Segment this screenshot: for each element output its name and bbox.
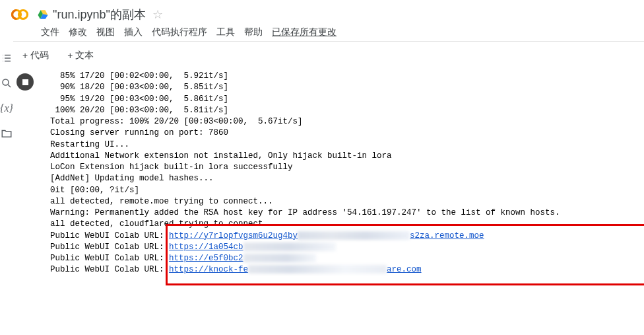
menu-view[interactable]: 视图	[96, 26, 115, 38]
horizontal-scrollbar[interactable]	[50, 279, 644, 289]
svg-line-9	[8, 85, 11, 87]
redacted-content	[243, 242, 336, 251]
variables-icon[interactable]: {x}	[0, 102, 13, 115]
cell-toolbar: + 代码 + 文本	[13, 42, 644, 69]
left-rail: {x}	[0, 41, 13, 289]
redacted-content	[248, 265, 387, 274]
output-link[interactable]: s2za.remote.moe	[410, 231, 484, 241]
save-status[interactable]: 已保存所有更改	[272, 26, 337, 38]
stop-execution-icon[interactable]	[16, 73, 34, 91]
menu-help[interactable]: 帮助	[244, 26, 263, 38]
search-icon[interactable]	[0, 77, 13, 90]
star-icon[interactable]: ☆	[152, 7, 163, 22]
output-link[interactable]: https://e5f0bc2	[169, 254, 243, 263]
redacted-content	[298, 231, 410, 240]
code-cell: 85% 17/20 [00:02<00:00, 5.92it/s] 90% 18…	[13, 69, 644, 289]
colab-logo-icon[interactable]	[9, 4, 30, 25]
add-code-button[interactable]: + 代码	[18, 47, 53, 64]
menu-bar: 文件 修改 视图 插入 代码执行程序 工具 帮助 已保存所有更改	[0, 26, 644, 38]
svg-point-8	[3, 79, 9, 85]
output-link[interactable]: http://y7rlopfvgsm6u2ug4by	[169, 231, 298, 241]
cell-output: 85% 17/20 [00:02<00:00, 5.92it/s] 90% 18…	[50, 69, 644, 279]
redacted-content	[243, 254, 316, 262]
output-link[interactable]: https://knock-fe	[169, 265, 248, 274]
menu-file[interactable]: 文件	[41, 26, 59, 38]
output-link[interactable]: are.com	[387, 265, 422, 274]
output-link[interactable]: https://1a054cb	[169, 242, 243, 252]
menu-insert[interactable]: 插入	[124, 26, 143, 38]
menu-tools[interactable]: 工具	[216, 26, 235, 38]
toc-icon[interactable]	[0, 52, 13, 65]
files-icon[interactable]	[0, 127, 13, 140]
notebook-title[interactable]: "run.ipynb"的副本	[53, 7, 146, 22]
menu-edit[interactable]: 修改	[69, 26, 87, 38]
drive-icon	[37, 9, 49, 20]
add-text-button[interactable]: + 文本	[63, 47, 98, 64]
menu-runtime[interactable]: 代码执行程序	[152, 26, 207, 38]
